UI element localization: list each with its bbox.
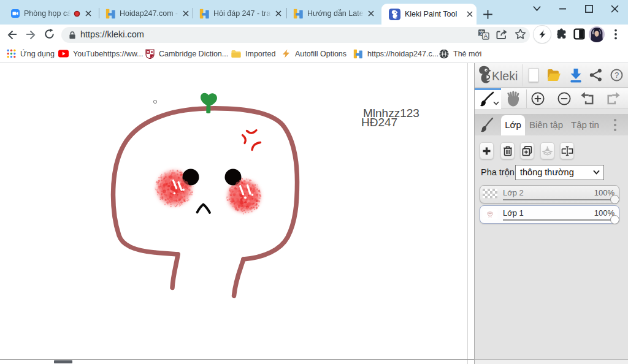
svg-text:?: ? [615,70,619,80]
svg-text:A: A [484,32,488,39]
